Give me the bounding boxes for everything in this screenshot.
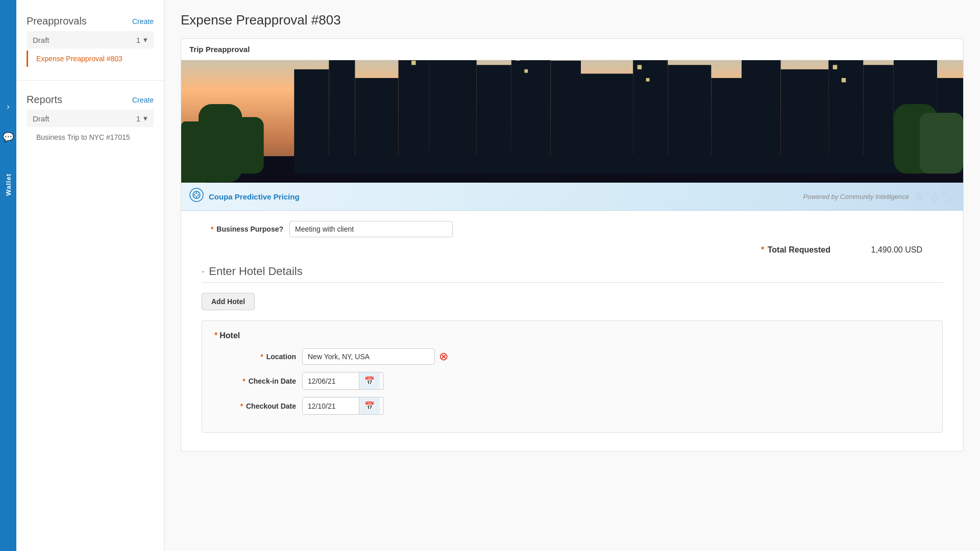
hotel-title-required-star: * [214,331,217,340]
total-requested-row: * Total Requested 1,490.00 USD [202,245,943,255]
hotel-card: * Hotel * Location ⊗ [202,320,943,433]
preapprovals-draft-label: Draft [33,36,50,44]
svg-rect-12 [550,61,581,173]
svg-rect-25 [516,60,520,61]
form-area: * Business Purpose? * Total Requested 1,… [181,211,963,451]
pricing-title: Coupa Predictive Pricing [209,192,798,201]
svg-rect-13 [581,73,633,173]
total-requested-value: 1,490.00 USD [841,245,922,255]
preapprovals-draft-chevron: ▾ [143,35,148,44]
svg-rect-17 [742,60,781,173]
svg-rect-28 [646,78,650,82]
svg-rect-7 [355,78,398,173]
checkout-date-wrap: 📅 [302,397,384,415]
reports-draft-header[interactable]: Draft 1 ▾ [33,114,148,123]
hotel-section-required-star: · [202,265,205,278]
svg-rect-4 [233,117,264,173]
business-purpose-required-star: * [211,225,213,233]
preapprovals-draft-header[interactable]: Draft 1 ▾ [33,35,148,44]
svg-rect-18 [781,69,829,173]
reports-draft-group: Draft 1 ▾ [27,110,154,127]
pricing-powered-by: Powered by Community Intelligence [803,193,909,201]
svg-point-35 [915,192,923,201]
sidebar-item-business-trip-nyc-label: Business Trip to NYC #17015 [36,133,130,141]
hotel-section-divider: · Enter Hotel Details [202,265,943,283]
expand-arrow[interactable]: › [7,102,9,111]
reports-title: Reports [27,94,62,106]
reports-draft-count: 1 [136,114,140,123]
business-purpose-input[interactable] [289,221,453,237]
total-required-star: * [761,245,764,254]
sidebar-item-business-trip-nyc[interactable]: Business Trip to NYC #17015 [27,129,154,145]
location-required-star: * [260,353,263,361]
svg-rect-14 [633,60,668,173]
reports-create-link[interactable]: Create [132,96,154,104]
page-title: Expense Preapproval #803 [181,12,964,28]
checkout-required-star: * [240,402,243,410]
pricing-pattern [914,189,955,204]
wallet-label[interactable]: Wallet [5,173,12,196]
pricing-banner: Coupa Predictive Pricing Powered by Comm… [181,183,963,211]
svg-rect-26 [524,69,528,73]
checkin-calendar-icon[interactable]: 📅 [359,372,380,389]
svg-rect-9 [429,60,477,173]
svg-point-33 [190,188,203,202]
svg-rect-27 [638,65,642,69]
checkin-date-input[interactable] [303,373,359,389]
card-header: Trip Preapproval [181,39,963,60]
business-purpose-row: * Business Purpose? [202,221,943,237]
preapprovals-draft-count: 1 [136,36,140,44]
svg-point-38 [940,189,947,196]
preapproval-card: Trip Preapproval [181,38,964,452]
svg-rect-32 [920,113,963,173]
svg-point-39 [947,196,953,202]
svg-rect-10 [477,65,511,173]
preapprovals-title: Preapprovals [27,15,87,27]
hotel-section-title: · Enter Hotel Details [202,265,303,278]
reports-draft-chevron: ▾ [143,114,148,123]
checkin-date-wrap: 📅 [302,372,384,390]
sidebar: Preapprovals Create Draft 1 ▾ Expense Pr… [16,0,164,551]
preapprovals-create-link[interactable]: Create [132,17,154,26]
hotel-card-title: * Hotel [214,331,930,340]
svg-point-37 [930,193,939,203]
svg-rect-8 [399,60,429,173]
preapprovals-draft-group: Draft 1 ▾ [27,31,154,48]
svg-rect-6 [329,60,355,173]
add-hotel-button[interactable]: Add Hotel [202,293,255,310]
sidebar-item-expense-preapproval-803[interactable]: Expense Preapproval #803 [27,51,154,67]
hotel-checkout-label: * Checkout Date [214,402,296,410]
hotel-location-input[interactable] [302,348,435,365]
checkin-required-star: * [242,377,245,385]
hotel-checkin-row: * Check-in Date 📅 [214,372,930,390]
checkout-date-input[interactable] [303,398,359,414]
hotel-location-row: * Location ⊗ [214,348,930,365]
reports-draft-label: Draft [33,114,50,123]
hotel-checkout-row: * Checkout Date 📅 [214,397,930,415]
svg-rect-29 [833,65,838,69]
hotel-remove-button[interactable]: ⊗ [439,351,448,362]
total-requested-label: * Total Requested [761,245,830,255]
svg-rect-11 [511,60,551,173]
svg-rect-15 [668,65,711,173]
business-purpose-label: * Business Purpose? [202,225,283,233]
coupa-icon [189,188,204,205]
sidebar-divider-1 [16,80,164,81]
svg-rect-30 [842,78,846,83]
svg-rect-24 [411,61,416,65]
svg-rect-16 [711,78,742,173]
svg-rect-19 [828,60,863,173]
hotel-checkin-label: * Check-in Date [214,377,296,385]
main-content: Expense Preapproval #803 Trip Preapprova… [164,0,980,551]
hotel-location-label: * Location [214,353,296,361]
left-sidebar-tab: › 💬 Wallet [0,0,16,551]
reports-section: Reports Create Draft 1 ▾ Business Trip t… [16,89,164,151]
hotel-location-input-wrap: ⊗ [302,348,448,365]
svg-rect-20 [863,65,894,173]
checkout-calendar-icon[interactable]: 📅 [359,397,380,414]
sidebar-item-expense-preapproval-803-label: Expense Preapproval #803 [36,55,122,63]
svg-rect-5 [294,69,329,173]
preapprovals-section: Preapprovals Create Draft 1 ▾ Expense Pr… [16,10,164,72]
city-image [181,60,963,183]
chat-icon[interactable]: 💬 [3,132,14,143]
